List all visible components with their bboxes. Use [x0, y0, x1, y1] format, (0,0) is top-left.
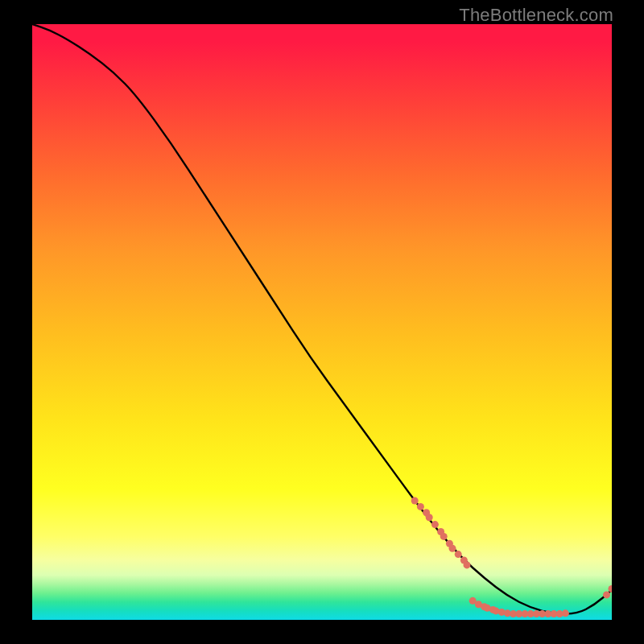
chart-marker-dot [411, 497, 419, 505]
chart-marker-dot [426, 514, 433, 521]
watermark-label: TheBottleneck.com [459, 5, 613, 26]
chart-markers [411, 497, 612, 618]
chart-svg [32, 24, 612, 620]
chart-marker-dot [449, 545, 456, 552]
chart-marker-dot [455, 551, 462, 558]
chart-plot-area [32, 24, 612, 620]
chart-marker-dot [440, 533, 448, 540]
chart-stage: TheBottleneck.com [0, 0, 644, 644]
chart-marker-dot [609, 585, 613, 592]
chart-marker-dot [431, 521, 439, 528]
chart-marker-dot [603, 591, 610, 598]
chart-marker-dot [464, 561, 471, 568]
chart-curve [32, 24, 612, 614]
chart-marker-dot [417, 503, 424, 510]
chart-marker-dot [562, 609, 569, 617]
